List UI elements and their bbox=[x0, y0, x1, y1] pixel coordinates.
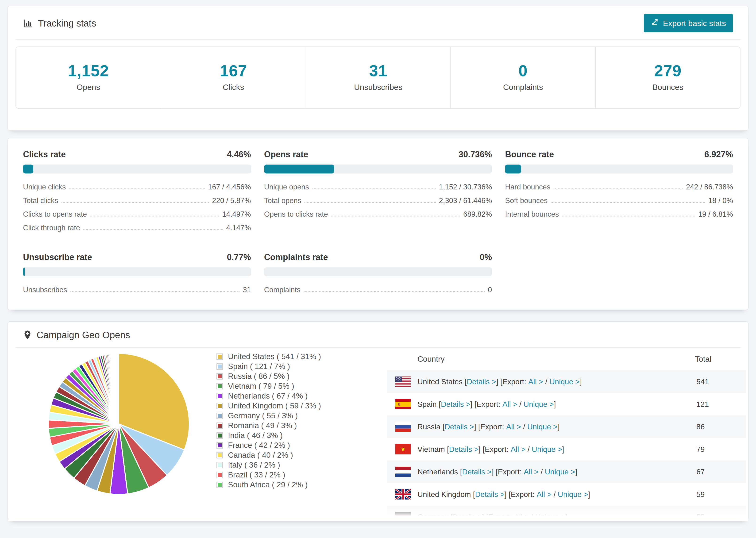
section-title: Campaign Geo Opens bbox=[37, 330, 130, 340]
metric-value: 18 / 0% bbox=[708, 196, 733, 205]
us-flag-icon bbox=[395, 377, 411, 387]
legend-item-india: India ( 46 / 3% ) bbox=[216, 430, 321, 440]
export-all-link[interactable]: All > bbox=[503, 400, 517, 409]
tracking-stats-header: Tracking stats Export basic stats bbox=[8, 6, 748, 39]
geo-opens-table: CountryTotalUnited States [Details >] [E… bbox=[387, 348, 746, 521]
stat-label: Unsubscribes bbox=[306, 82, 451, 92]
dotted-leader bbox=[312, 188, 436, 189]
legend-swatch bbox=[216, 432, 223, 439]
progress-bar bbox=[23, 165, 251, 174]
legend-label: Brazil ( 33 / 2% ) bbox=[228, 470, 285, 479]
export-basic-stats-button[interactable]: Export basic stats bbox=[644, 14, 733, 32]
dotted-leader bbox=[69, 188, 205, 189]
legend-swatch bbox=[216, 383, 223, 389]
legend-label: United Kingdom ( 59 / 3% ) bbox=[228, 402, 321, 410]
details-link[interactable]: Details > bbox=[445, 422, 474, 431]
legend-label: Russia ( 86 / 5% ) bbox=[228, 372, 290, 381]
stat-value: 279 bbox=[596, 62, 740, 80]
legend-item-south-africa: South Africa ( 29 / 2% ) bbox=[216, 480, 321, 490]
tracking-stats-card: Tracking stats Export basic stats bbox=[8, 6, 748, 131]
ru-flag-icon bbox=[395, 422, 411, 432]
stat-complaints: 0Complaints bbox=[450, 47, 595, 108]
details-link[interactable]: Details > bbox=[441, 400, 470, 409]
export-unique-link[interactable]: Unique > bbox=[523, 400, 554, 409]
legend-swatch bbox=[216, 442, 223, 449]
legend-item-netherlands: Netherlands ( 67 / 4% ) bbox=[216, 391, 321, 401]
legend-item-spain: Spain ( 121 / 7% ) bbox=[216, 361, 321, 371]
details-link[interactable]: Details > bbox=[449, 445, 478, 454]
export-icon bbox=[651, 18, 659, 28]
progress-fill bbox=[264, 165, 334, 174]
table-row-united-states: United States [Details >] [Export: All >… bbox=[387, 370, 746, 393]
rate-block-complaints-rate: Complaints rate0%Complaints0 bbox=[264, 252, 492, 296]
rate-block-unsubscribe-rate: Unsubscribe rate0.77%Unsubscribes31 bbox=[23, 252, 251, 296]
export-unique-link[interactable]: Unique > bbox=[545, 467, 575, 476]
progress-bar bbox=[264, 165, 492, 174]
metric-value: 14.497% bbox=[222, 210, 251, 219]
legend-swatch bbox=[216, 422, 223, 429]
export-unique-link[interactable]: Unique > bbox=[532, 445, 562, 454]
es-flag-icon bbox=[395, 399, 411, 409]
geo-opens-card: Campaign Geo Opens United States ( 541 /… bbox=[8, 321, 748, 521]
table-row-vietnam: Vietnam [Details >] [Export: All > / Uni… bbox=[387, 438, 746, 460]
legend-label: France ( 42 / 2% ) bbox=[228, 441, 290, 450]
progress-fill bbox=[505, 165, 521, 174]
dotted-leader bbox=[304, 291, 485, 292]
export-all-link[interactable]: All > bbox=[537, 490, 552, 499]
stat-label: Clicks bbox=[161, 82, 306, 92]
country-name: Netherlands bbox=[417, 467, 458, 476]
details-link[interactable]: Details > bbox=[467, 377, 496, 386]
stat-label: Bounces bbox=[596, 82, 740, 92]
metric-value: 689.82% bbox=[463, 210, 492, 219]
metric-label: Internal bounces bbox=[505, 210, 559, 219]
rate-title: Bounce rate bbox=[505, 149, 554, 159]
stat-opens: 1,152Opens bbox=[16, 47, 161, 108]
stat-value: 31 bbox=[306, 62, 451, 80]
legend-item-russia: Russia ( 86 / 5% ) bbox=[216, 371, 321, 381]
metric-value: 2,303 / 61.446% bbox=[439, 196, 492, 205]
metric-row-click-through-rate: Click through rate4.147% bbox=[23, 221, 251, 235]
page-title: Tracking stats bbox=[38, 18, 96, 28]
dotted-leader bbox=[83, 229, 223, 230]
export-all-link[interactable]: All > bbox=[506, 422, 521, 431]
legend-label: Vietnam ( 79 / 5% ) bbox=[228, 382, 294, 391]
details-link[interactable]: Details > bbox=[475, 490, 504, 499]
column-header-country: Country bbox=[417, 355, 695, 364]
export-all-link[interactable]: All > bbox=[511, 445, 525, 454]
details-link[interactable]: Details > bbox=[462, 467, 491, 476]
dashboard-page: Tracking stats Export basic stats bbox=[0, 0, 756, 521]
metric-value: 1,152 / 30.736% bbox=[439, 183, 492, 191]
header-divider bbox=[16, 39, 740, 40]
table-row-spain: Spain [Details >] [Export: All > / Uniqu… bbox=[387, 393, 746, 415]
metric-label: Complaints bbox=[264, 286, 300, 294]
geo-opens-header: Campaign Geo Opens bbox=[8, 322, 748, 348]
export-unique-link[interactable]: Unique > bbox=[527, 422, 558, 431]
metric-row-unsubscribes: Unsubscribes31 bbox=[23, 283, 251, 296]
metric-row-unique-clicks: Unique clicks167 / 4.456% bbox=[23, 180, 251, 194]
legend-label: Germany ( 55 / 3% ) bbox=[228, 411, 298, 420]
export-all-link[interactable]: All > bbox=[524, 467, 539, 476]
dotted-leader bbox=[304, 202, 436, 203]
metric-row-clicks-to-opens-rate: Clicks to opens rate14.497% bbox=[23, 207, 251, 221]
legend-swatch bbox=[216, 482, 223, 488]
export-all-link[interactable]: All > bbox=[528, 377, 543, 386]
country-name: United Kingdom bbox=[417, 490, 471, 499]
metric-value: 167 / 4.456% bbox=[208, 183, 251, 191]
dotted-leader bbox=[90, 216, 219, 216]
legend-item-united-states: United States ( 541 / 31% ) bbox=[216, 351, 321, 361]
rate-value: 4.46% bbox=[227, 149, 251, 159]
legend-item-united-kingdom: United Kingdom ( 59 / 3% ) bbox=[216, 401, 321, 411]
rate-block-bounce-rate: Bounce rate6.927%Hard bounces242 / 86.73… bbox=[505, 149, 733, 235]
rate-block-opens-rate: Opens rate30.736%Unique opens1,152 / 30.… bbox=[264, 149, 492, 235]
export-unique-link[interactable]: Unique > bbox=[558, 490, 588, 499]
legend-item-italy: Italy ( 36 / 2% ) bbox=[216, 460, 321, 470]
stat-label: Complaints bbox=[451, 82, 595, 92]
export-unique-link[interactable]: Unique > bbox=[549, 377, 580, 386]
stat-value: 0 bbox=[451, 62, 595, 80]
stat-unsubscribes: 31Unsubscribes bbox=[306, 47, 451, 108]
metric-label: Soft bounces bbox=[505, 196, 548, 205]
bar-chart-icon bbox=[23, 18, 33, 28]
country-cell: Russia [Details >] [Export: All > / Uniq… bbox=[417, 422, 695, 431]
total-cell: 86 bbox=[695, 422, 737, 431]
metric-label: Unique clicks bbox=[23, 183, 66, 191]
